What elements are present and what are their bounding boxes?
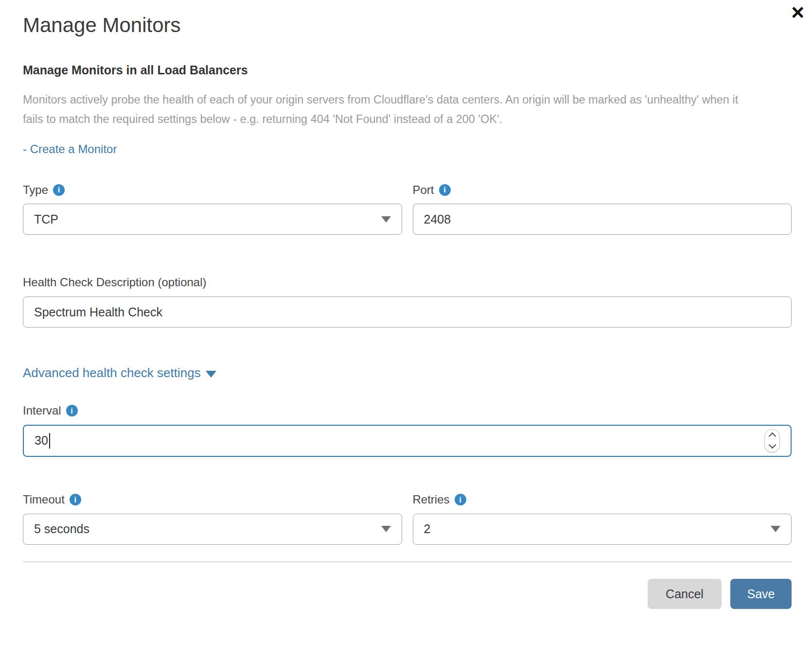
interval-value-wrap: 30 <box>35 433 50 449</box>
retries-label: Retries <box>413 493 450 507</box>
interval-input[interactable]: 30 <box>23 425 792 457</box>
close-icon[interactable]: × <box>788 0 807 26</box>
section-description: Monitors actively probe the health of ea… <box>23 90 755 129</box>
interval-field-group: Interval i 30 <box>23 404 792 457</box>
timeout-select[interactable]: 5 seconds <box>23 514 402 545</box>
retries-select[interactable]: 2 <box>413 514 792 545</box>
manage-monitors-dialog: × Manage Monitors Manage Monitors in all… <box>0 0 812 659</box>
chevron-down-icon <box>771 526 780 532</box>
type-label: Type <box>23 183 48 197</box>
interval-value: 30 <box>35 434 48 448</box>
type-label-row: Type i <box>23 183 402 197</box>
number-stepper[interactable] <box>764 429 780 452</box>
type-select-value: TCP <box>34 212 58 226</box>
advanced-settings-toggle[interactable]: Advanced health check settings <box>23 365 216 381</box>
info-icon[interactable]: i <box>70 494 81 505</box>
chevron-down-icon[interactable] <box>768 441 776 449</box>
advanced-settings-label: Advanced health check settings <box>23 365 201 381</box>
port-label: Port <box>413 183 434 197</box>
port-label-row: Port i <box>413 183 792 197</box>
save-button[interactable]: Save <box>730 579 792 609</box>
timeout-label-row: Timeout i <box>23 493 402 507</box>
triangle-down-icon <box>206 371 216 378</box>
timeout-field-group: Timeout i 5 seconds <box>23 493 402 545</box>
text-cursor <box>49 433 50 449</box>
create-monitor-link[interactable]: - Create a Monitor <box>23 142 117 156</box>
timeout-label: Timeout <box>23 493 65 507</box>
advanced-settings-row: Advanced health check settings <box>23 365 792 381</box>
info-icon[interactable]: i <box>455 494 466 505</box>
timeout-retries-row: Timeout i 5 seconds Retries i 2 <box>23 493 792 545</box>
cancel-button[interactable]: Cancel <box>648 579 722 609</box>
retries-label-row: Retries i <box>413 493 792 507</box>
description-label: Health Check Description (optional) <box>23 276 207 290</box>
info-icon[interactable]: i <box>66 405 78 416</box>
footer-divider <box>23 561 792 562</box>
timeout-select-value: 5 seconds <box>34 522 89 536</box>
section-heading: Manage Monitors in all Load Balancers <box>23 63 792 77</box>
description-field-group: Health Check Description (optional) <box>23 276 792 328</box>
retries-field-group: Retries i 2 <box>413 493 792 545</box>
info-icon[interactable]: i <box>439 184 451 196</box>
footer-actions: Cancel Save <box>23 579 792 609</box>
health-check-description-input[interactable] <box>23 296 792 328</box>
chevron-down-icon <box>381 216 391 223</box>
dialog-title: Manage Monitors <box>23 13 792 38</box>
chevron-down-icon <box>381 526 391 532</box>
retries-select-value: 2 <box>424 522 431 536</box>
chevron-up-icon[interactable] <box>768 433 776 440</box>
interval-label-row: Interval i <box>23 404 792 418</box>
interval-label: Interval <box>23 404 61 418</box>
port-input[interactable] <box>413 204 792 235</box>
type-field-group: Type i TCP <box>23 183 402 235</box>
info-icon[interactable]: i <box>53 184 65 196</box>
description-label-row: Health Check Description (optional) <box>23 276 792 290</box>
type-port-row: Type i TCP Port i <box>23 183 792 235</box>
type-select[interactable]: TCP <box>23 204 402 235</box>
port-field-group: Port i <box>413 183 792 235</box>
